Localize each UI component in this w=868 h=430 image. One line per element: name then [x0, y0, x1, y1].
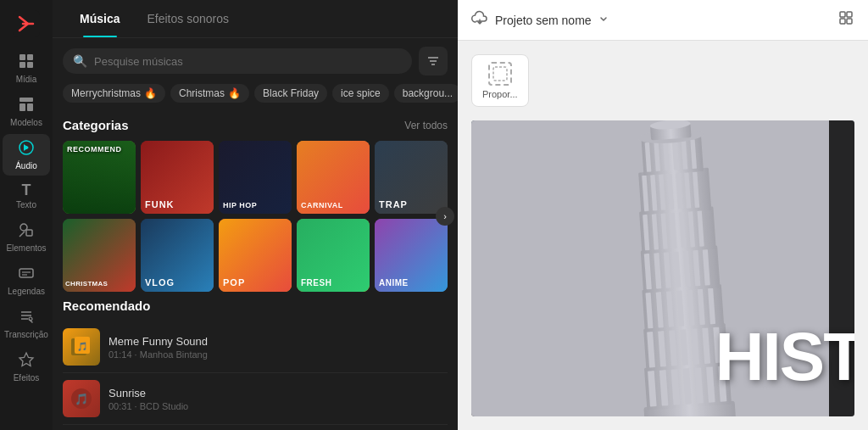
recommended-title: Recomendado [63, 299, 150, 313]
tag-christmas-label: Christmas [179, 87, 225, 99]
category-label-funk: FUNK [145, 199, 175, 209]
svg-rect-32 [840, 19, 845, 24]
svg-point-10 [25, 146, 28, 149]
music-meta-sunrise: 00:31 · BCD Studio [108, 401, 448, 411]
svg-rect-34 [493, 67, 507, 81]
sidebar-item-elementos-label: Elementos [6, 243, 46, 253]
category-card-hiphop[interactable]: HIP HOP [219, 141, 292, 214]
category-label-christmas: CHRISTMAS [65, 280, 108, 288]
canvas-image: HIST [471, 120, 854, 416]
category-card-funk[interactable]: FUNK [141, 141, 214, 214]
search-input[interactable] [94, 55, 402, 68]
tab-efeitos-sonoros[interactable]: Efeitos sonoros [133, 0, 242, 37]
svg-text:🎵: 🎵 [75, 392, 89, 406]
search-icon: 🔍 [73, 54, 87, 68]
music-name-sunrise: Sunrise [108, 387, 448, 399]
search-area: 🔍 [53, 38, 458, 84]
svg-line-13 [19, 232, 25, 237]
elementos-icon [18, 221, 35, 241]
svg-marker-21 [19, 353, 33, 366]
category-card-trap[interactable]: TRAP [375, 141, 448, 214]
category-card-recommend[interactable]: RECOMMEND [63, 141, 136, 214]
fire-icon-0: 🔥 [144, 87, 157, 99]
proportion-icon [488, 62, 512, 86]
svg-rect-6 [19, 98, 33, 102]
category-card-carnival[interactable]: CARNIVAL [297, 141, 370, 214]
sidebar-item-transcricao-label: Transcrição [4, 330, 48, 339]
recommended-header: Recomendado [63, 299, 448, 313]
tag-merrychristmas[interactable]: Merrychristmas 🔥 [63, 84, 165, 103]
category-label-anime: ANIME [379, 278, 409, 288]
music-thumb-sunrise: 🎵 [63, 380, 100, 417]
right-panel: Projeto sem nome Propor... [458, 0, 868, 430]
categories-next-btn[interactable]: › [436, 207, 454, 226]
svg-rect-31 [847, 12, 852, 17]
music-info-sunrise: Sunrise 00:31 · BCD Studio [108, 387, 448, 411]
scroll-content[interactable]: Categorias Ver todos RECOMMEND FUNK [53, 111, 458, 430]
main-panel: Música Efeitos sonoros 🔍 Merrychristmas … [53, 0, 458, 430]
category-label-fresh: FRESH [301, 278, 331, 288]
canvas-preview: HIST [471, 120, 854, 416]
sidebar-item-efeitos[interactable]: Efeitos [3, 346, 50, 388]
cloud-icon [471, 10, 488, 30]
sidebar-item-midia-label: Mídia [16, 75, 36, 84]
sidebar-item-legendas[interactable]: Legendas [3, 260, 50, 301]
tag-black-friday[interactable]: Black Friday [254, 84, 327, 103]
ver-todos-btn[interactable]: Ver todos [404, 120, 448, 131]
filter-button[interactable] [419, 47, 448, 75]
sidebar-item-modelos-label: Modelos [10, 118, 42, 127]
categories-grid: RECOMMEND FUNK HIP HOP [63, 141, 448, 292]
category-label-hiphop: HIP HOP [223, 201, 257, 209]
sidebar-item-texto-label: Texto [16, 200, 36, 209]
sidebar-item-transcricao[interactable]: Transcrição [3, 303, 50, 344]
right-panel-action-btn[interactable] [837, 9, 854, 31]
category-card-fresh[interactable]: FRESH [297, 219, 370, 292]
tag-background[interactable]: backgrou... [394, 84, 458, 103]
svg-rect-8 [27, 103, 33, 111]
sidebar-item-midia[interactable]: Mídia [3, 47, 50, 89]
category-card-pop[interactable]: POP [219, 219, 292, 292]
svg-rect-5 [27, 62, 33, 68]
tabs-bar: Música Efeitos sonoros [53, 0, 458, 38]
music-item-meme[interactable]: 🎵 Meme Funny Sound 01:14 · Manhoa Bintan… [63, 321, 448, 373]
music-info-meme: Meme Funny Sound 01:14 · Manhoa Bintang [108, 335, 448, 360]
category-card-anime[interactable]: ANIME [375, 219, 448, 292]
categories-title: Categorias [63, 118, 129, 132]
tag-background-label: backgrou... [403, 87, 453, 99]
tag-ice-spice[interactable]: ice spice [332, 84, 389, 103]
svg-rect-12 [26, 230, 32, 236]
category-card-vlog[interactable]: VLOG [141, 219, 214, 292]
sidebar-item-modelos[interactable]: Modelos [3, 91, 50, 132]
project-chevron-btn[interactable] [598, 14, 609, 26]
tag-christmas[interactable]: Christmas 🔥 [170, 84, 249, 103]
proportion-button[interactable]: Propor... [471, 54, 529, 107]
sidebar-item-efeitos-label: Efeitos [14, 373, 40, 383]
transcricao-icon [18, 308, 35, 327]
tags-bar: Merrychristmas 🔥 Christmas 🔥 Black Frida… [53, 84, 458, 111]
tag-ice-spice-label: ice spice [341, 87, 381, 99]
svg-rect-30 [840, 12, 845, 17]
midia-icon [18, 53, 35, 72]
sidebar-item-texto[interactable]: T Texto [3, 177, 50, 215]
sidebar-item-legendas-label: Legendas [8, 287, 45, 296]
category-label-pop: POP [223, 277, 245, 288]
sidebar-item-elementos[interactable]: Elementos [3, 216, 50, 258]
category-card-christmas[interactable]: CHRISTMAS [63, 219, 136, 292]
search-box: 🔍 [63, 48, 412, 74]
texto-icon: T [22, 182, 31, 198]
category-label-recommend: RECOMMEND [67, 145, 122, 154]
svg-rect-33 [847, 19, 852, 24]
music-meta-meme: 01:14 · Manhoa Bintang [108, 349, 448, 360]
canvas-area: Propor... [458, 41, 868, 430]
tag-merrychristmas-label: Merrychristmas [71, 87, 141, 99]
music-item-sunrise[interactable]: 🎵 Sunrise 00:31 · BCD Studio [63, 373, 448, 425]
efeitos-icon [18, 351, 35, 371]
svg-text:🎵: 🎵 [77, 341, 88, 352]
sidebar: Mídia Modelos Áudio T Texto [0, 0, 53, 430]
sidebar-item-audio[interactable]: Áudio [3, 134, 50, 176]
app-logo[interactable] [11, 8, 42, 39]
music-thumb-meme: 🎵 [63, 328, 100, 366]
svg-rect-14 [19, 269, 33, 277]
tab-musica[interactable]: Música [66, 0, 133, 37]
category-label-vlog: VLOG [145, 277, 175, 288]
